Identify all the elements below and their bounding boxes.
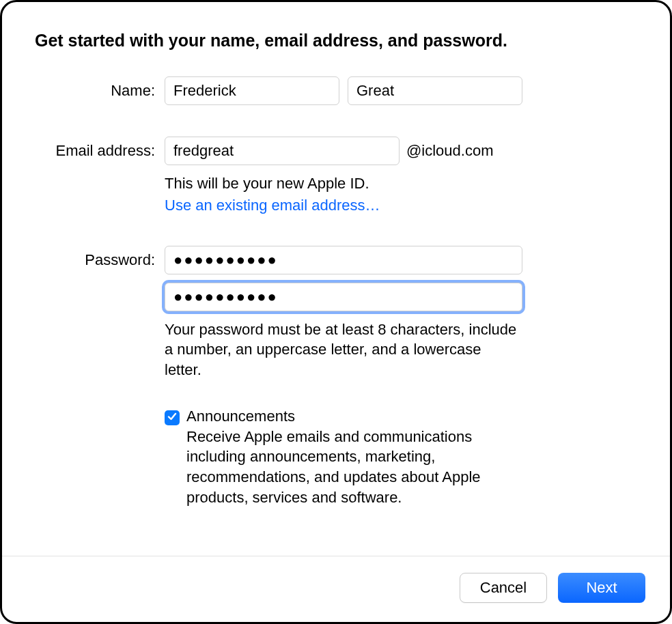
next-button[interactable]: Next xyxy=(558,573,645,603)
email-input-row: @icloud.com xyxy=(165,137,637,165)
announcements-row: Announcements Receive Apple emails and c… xyxy=(35,408,637,508)
email-row: Email address: @icloud.com This will be … xyxy=(35,137,637,214)
announcements-label: Announcements xyxy=(186,408,637,425)
first-name-input[interactable] xyxy=(165,76,339,105)
announcements-desc: Receive Apple emails and communications … xyxy=(186,427,535,508)
password-confirm-input[interactable] xyxy=(165,283,522,311)
last-name-input[interactable] xyxy=(348,76,522,105)
dialog-content: Get started with your name, email addres… xyxy=(2,2,670,556)
password-field-col: Your password must be at least 8 charact… xyxy=(165,246,637,380)
email-label: Email address: xyxy=(35,137,165,160)
use-existing-email-link[interactable]: Use an existing email address… xyxy=(165,197,380,214)
name-fields xyxy=(165,76,637,105)
checkmark-icon xyxy=(167,412,177,424)
announcements-content: Announcements Receive Apple emails and c… xyxy=(186,408,637,508)
dialog-heading: Get started with your name, email addres… xyxy=(35,31,637,51)
email-suffix: @icloud.com xyxy=(406,142,494,160)
announcements-checkbox-row: Announcements Receive Apple emails and c… xyxy=(165,408,637,508)
email-field-col: @icloud.com This will be your new Apple … xyxy=(165,137,637,214)
email-input[interactable] xyxy=(165,137,400,165)
cancel-button[interactable]: Cancel xyxy=(460,573,547,603)
announcements-checkbox[interactable] xyxy=(165,410,180,425)
password-hint: Your password must be at least 8 charact… xyxy=(165,320,520,380)
announcements-spacer xyxy=(35,408,165,413)
password-label: Password: xyxy=(35,246,165,269)
dialog-footer: Cancel Next xyxy=(2,556,670,622)
password-input[interactable] xyxy=(165,246,522,274)
email-hint: This will be your new Apple ID. xyxy=(165,173,637,194)
signup-dialog: Get started with your name, email addres… xyxy=(0,0,672,624)
name-label: Name: xyxy=(35,76,165,100)
password-row: Password: Your password must be at least… xyxy=(35,246,637,380)
name-row: Name: xyxy=(35,76,637,137)
announcements-field-col: Announcements Receive Apple emails and c… xyxy=(165,408,637,508)
